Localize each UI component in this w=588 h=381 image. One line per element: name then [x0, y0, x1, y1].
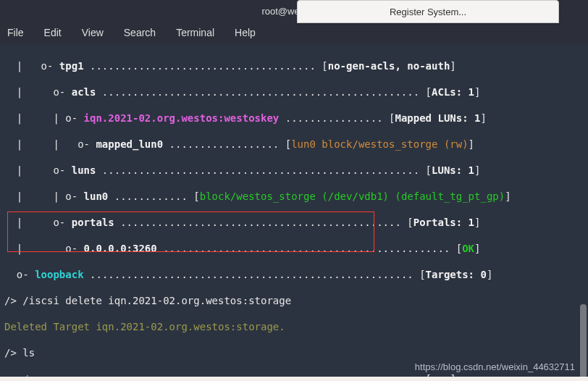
terminal-line: | | o- iqn.2021-02.org.westos:westoskey …	[4, 112, 584, 125]
terminal-line: | o- 0.0.0.0:3260 ......................…	[4, 242, 584, 255]
menu-file[interactable]: File	[7, 27, 24, 38]
terminal-line: | | o- lun0 ............ [block/westos_s…	[4, 190, 584, 203]
register-dialog-title: Register System...	[390, 7, 466, 17]
terminal-line: /> /iscsi delete iqn.2021-02.org.westos:…	[4, 294, 584, 307]
watermark: https://blog.csdn.net/weixin_44632711	[415, 361, 575, 374]
terminal-line: | o- luns ..............................…	[4, 164, 584, 177]
terminal-line: o- loopback ............................…	[4, 268, 584, 281]
menu-help[interactable]: Help	[235, 27, 256, 38]
scrollbar-thumb[interactable]	[580, 304, 587, 377]
terminal-line: /> ls	[4, 346, 584, 359]
terminal-line: Deleted Target iqn.2021-02.org.westos:st…	[4, 320, 584, 333]
menubar: File Edit View Search Terminal Help	[0, 22, 588, 43]
menu-view[interactable]: View	[82, 27, 104, 38]
terminal-line: | o- portals ...........................…	[4, 216, 584, 229]
terminal-line: | o- tpg1 ..............................…	[4, 59, 584, 72]
register-dialog[interactable]: Register System...	[297, 0, 559, 23]
terminal-line: | | o- mapped_lun0 .................. [l…	[4, 138, 584, 151]
menu-edit[interactable]: Edit	[44, 27, 62, 38]
menu-terminal[interactable]: Terminal	[176, 27, 214, 38]
menu-search[interactable]: Search	[124, 27, 156, 38]
terminal-line: | o- acls ..............................…	[4, 85, 584, 99]
terminal[interactable]: | o- tpg1 ..............................…	[0, 43, 588, 377]
